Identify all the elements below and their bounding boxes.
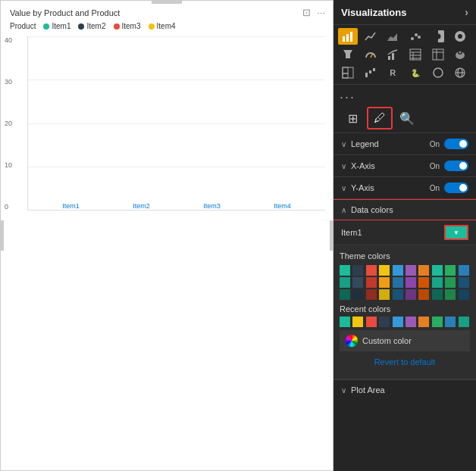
y-axis-toggle[interactable]: On <box>430 182 468 193</box>
recent-color-swatch[interactable] <box>445 317 456 327</box>
theme-color-swatch[interactable] <box>379 289 390 300</box>
y-axis-section-header[interactable]: ∨ Y-Axis On <box>334 177 476 199</box>
custom-color-row[interactable]: Custom color <box>340 330 470 351</box>
viz-icon-area[interactable] <box>383 28 402 45</box>
theme-color-swatch[interactable] <box>379 277 390 288</box>
viz-icon-pie[interactable] <box>428 28 448 45</box>
legend-section-header[interactable]: ∨ Legend On <box>334 133 476 155</box>
theme-color-swatch[interactable] <box>352 265 363 276</box>
x-axis-toggle[interactable]: On <box>430 161 468 171</box>
viz-icon-donut[interactable] <box>450 28 470 45</box>
viz-icon-matrix[interactable] <box>428 46 448 63</box>
viz-icon-funnel[interactable] <box>338 46 358 63</box>
theme-color-swatch[interactable] <box>445 277 456 288</box>
data-colors-header[interactable]: ∧ Data colors <box>334 199 476 220</box>
theme-color-swatch[interactable] <box>406 265 416 276</box>
theme-color-swatch[interactable] <box>432 265 443 276</box>
viz-icon-table[interactable] <box>406 46 425 63</box>
focus-icon[interactable]: ⊡ <box>302 7 311 18</box>
theme-color-swatch[interactable] <box>445 289 456 300</box>
viz-icon-python[interactable]: 🐍 <box>406 64 425 81</box>
recent-color-swatch[interactable] <box>406 317 416 327</box>
theme-color-swatch[interactable] <box>379 265 390 276</box>
recent-color-swatch[interactable] <box>432 317 443 327</box>
theme-color-swatch[interactable] <box>459 289 469 300</box>
recent-color-swatch[interactable] <box>393 317 403 327</box>
data-colors-arrow: ∧ <box>341 206 346 214</box>
theme-color-swatch[interactable] <box>418 289 429 300</box>
recent-color-swatch[interactable] <box>340 317 350 327</box>
tab-analytics[interactable]: 🔍 <box>394 107 420 129</box>
theme-color-swatch[interactable] <box>445 265 456 276</box>
theme-color-swatch[interactable] <box>340 265 350 276</box>
svg-point-4 <box>411 37 414 40</box>
recent-color-grid <box>340 317 470 327</box>
theme-color-swatch[interactable] <box>459 265 469 276</box>
svg-point-9 <box>459 35 462 38</box>
resize-handle-left[interactable] <box>1 220 4 251</box>
svg-rect-27 <box>343 73 348 78</box>
viz-panel-chevron[interactable]: › <box>465 6 468 18</box>
theme-color-grid <box>340 265 470 300</box>
viz-icon-map[interactable] <box>450 46 470 63</box>
theme-color-swatch[interactable] <box>352 277 363 288</box>
x-axis-section-header[interactable]: ∨ X-Axis On <box>334 155 476 177</box>
legend-switch[interactable] <box>444 139 468 149</box>
viz-icon-line[interactable] <box>361 28 380 45</box>
bar-group-item3: Item3 <box>184 196 240 210</box>
viz-icon-treemap[interactable] <box>338 64 358 81</box>
grid-line-20 <box>28 123 325 124</box>
revert-btn[interactable]: Revert to default <box>343 353 467 371</box>
viz-icon-r[interactable]: R <box>383 64 402 81</box>
color-palette: Theme colors Recent colors Custom color … <box>334 245 476 379</box>
theme-color-swatch[interactable] <box>393 277 403 288</box>
x-axis-switch[interactable] <box>444 161 468 171</box>
theme-color-swatch[interactable] <box>418 277 429 288</box>
theme-color-swatch[interactable] <box>340 289 350 300</box>
viz-icon-bar[interactable] <box>338 28 358 45</box>
viz-icon-scatter[interactable] <box>406 28 425 45</box>
resize-handle-right[interactable] <box>330 220 333 251</box>
theme-color-swatch[interactable] <box>393 289 403 300</box>
viz-more-btn[interactable]: ... <box>334 85 476 104</box>
theme-colors-title: Theme colors <box>340 251 470 260</box>
viz-icons-grid: R 🐍 <box>334 25 476 85</box>
theme-color-swatch[interactable] <box>406 277 416 288</box>
item1-color-picker[interactable]: ▼ <box>444 225 468 240</box>
theme-color-swatch[interactable] <box>459 277 469 288</box>
recent-color-swatch[interactable] <box>459 317 469 327</box>
theme-color-swatch[interactable] <box>366 265 377 276</box>
legend-toggle-label: On <box>430 140 440 148</box>
theme-color-swatch[interactable] <box>432 277 443 288</box>
viz-icon-gauge[interactable] <box>361 46 380 63</box>
item1-row: Item1 ▼ <box>334 220 476 245</box>
theme-color-swatch[interactable] <box>432 289 443 300</box>
y-axis-switch[interactable] <box>444 182 468 193</box>
theme-color-swatch[interactable] <box>366 289 377 300</box>
tab-fields[interactable]: ⊞ <box>340 107 365 129</box>
legend-toggle[interactable]: On <box>430 139 468 149</box>
legend-product-label: Product <box>10 22 36 30</box>
recent-color-swatch[interactable] <box>379 317 390 327</box>
x-axis-toggle-label: On <box>430 162 440 170</box>
theme-color-swatch[interactable] <box>418 265 429 276</box>
recent-color-swatch[interactable] <box>418 317 429 327</box>
theme-color-swatch[interactable] <box>366 277 377 288</box>
recent-color-swatch[interactable] <box>352 317 363 327</box>
recent-color-swatch[interactable] <box>366 317 377 327</box>
theme-color-swatch[interactable] <box>393 265 403 276</box>
viz-icon-shape[interactable] <box>428 64 448 81</box>
chart-container: 40 30 20 10 0 Item1 Item2 Item <box>27 36 325 211</box>
y-label-40: 40 <box>5 36 12 44</box>
viz-icon-waterfall[interactable] <box>361 64 380 81</box>
more-options-icon[interactable]: ··· <box>317 7 325 18</box>
plot-area-header[interactable]: ∨ Plot Area <box>334 379 476 400</box>
theme-color-swatch[interactable] <box>406 289 416 300</box>
viz-icon-kpi[interactable] <box>383 46 402 63</box>
resize-handle-top[interactable] <box>152 1 182 4</box>
theme-color-swatch[interactable] <box>352 289 363 300</box>
tab-format[interactable]: 🖊 <box>367 107 393 129</box>
viz-icon-globe[interactable] <box>450 64 470 81</box>
custom-color-icon <box>346 335 358 347</box>
theme-color-swatch[interactable] <box>340 277 350 288</box>
